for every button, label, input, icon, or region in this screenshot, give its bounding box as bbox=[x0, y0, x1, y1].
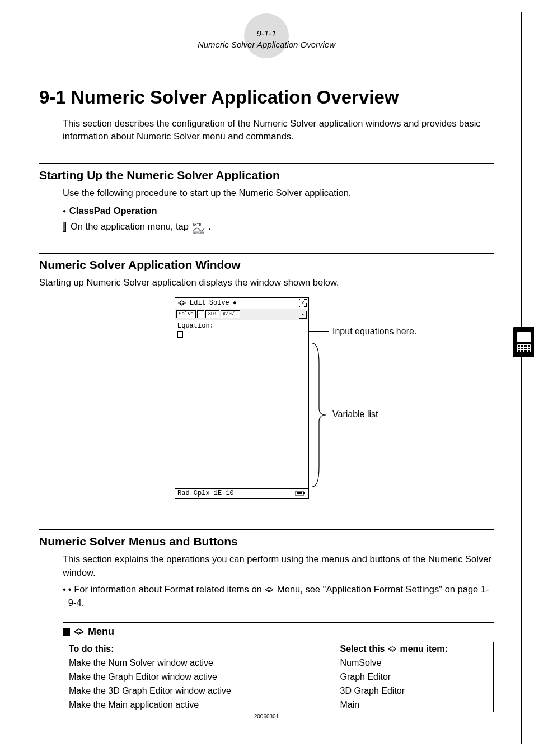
callout-line bbox=[309, 331, 329, 332]
menu-solve[interactable]: Solve bbox=[209, 299, 229, 307]
equation-label: Equation: bbox=[177, 322, 214, 330]
col-todo: To do this: bbox=[63, 642, 334, 656]
page-header: 9-1-1 Numeric Solver Application Overvie… bbox=[39, 28, 494, 62]
divider bbox=[63, 622, 494, 623]
app-menu-icon-inline bbox=[264, 586, 274, 593]
menu-edit[interactable]: Edit bbox=[190, 299, 206, 307]
mock-toolbar: Solve ↔ 3D↕ x/0/. bbox=[175, 309, 308, 320]
header-subtitle: Numeric Solver Application Overview bbox=[39, 39, 494, 50]
step-text-prefix: On the application menu, tap bbox=[71, 221, 191, 231]
menu-diamond[interactable]: ♦ bbox=[233, 299, 237, 307]
callout-equation: Input equations here. bbox=[332, 326, 416, 337]
divider bbox=[39, 253, 494, 254]
startup-body: Use the following procedure to start up … bbox=[63, 186, 494, 200]
app-menu-icon-th bbox=[387, 646, 397, 652]
page-ref: 9-1-1 bbox=[39, 28, 494, 39]
app-menu-icon-heading bbox=[73, 628, 85, 636]
section-heading-startup: Starting Up the Numeric Solver Applicati… bbox=[39, 169, 494, 182]
mock-classpad-window: x ▸ Edit Solve ♦ Solve ↔ 3D↕ x/0/. Equat… bbox=[175, 297, 309, 499]
menu-table: To do this: Select this menu item: Make … bbox=[63, 642, 494, 712]
section-heading-window: Numeric Solver Application Window bbox=[39, 258, 494, 272]
section-heading-menus: Numeric Solver Menus and Buttons bbox=[39, 535, 494, 548]
footer-date: 20060301 bbox=[39, 713, 494, 720]
battery-icon bbox=[295, 490, 306, 497]
equation-input[interactable] bbox=[177, 331, 183, 338]
divider bbox=[39, 529, 494, 530]
calc-keys-icon bbox=[517, 344, 531, 352]
numsolve-icon[interactable] bbox=[191, 221, 206, 234]
bullet: • bbox=[63, 583, 66, 610]
menu-block-heading: Menu bbox=[63, 626, 494, 638]
table-row: Make the Num Solver window active NumSol… bbox=[63, 656, 494, 670]
mock-menubar: Edit Solve ♦ bbox=[175, 298, 308, 309]
format-note: • For information about Format related i… bbox=[68, 583, 494, 610]
table-row: Make the Graph Editor window active Grap… bbox=[63, 670, 494, 684]
side-tab-calculator[interactable] bbox=[513, 327, 534, 357]
divider bbox=[39, 163, 494, 164]
step-marker bbox=[63, 222, 66, 232]
intro-paragraph: This section describes the configuration… bbox=[63, 117, 494, 143]
tb-graph[interactable]: ↔ bbox=[197, 310, 204, 318]
callout-varlist: Variable list bbox=[332, 409, 378, 419]
tb-3d[interactable]: 3D↕ bbox=[205, 310, 219, 318]
classpad-op-label: ClassPad Operation bbox=[69, 206, 157, 216]
calc-screen-icon bbox=[517, 332, 531, 342]
step-text-suffix: . bbox=[208, 221, 211, 231]
table-row: Make the 3D Graph Editor window active 3… bbox=[63, 684, 494, 698]
expand-icon[interactable]: ▸ bbox=[299, 311, 307, 319]
brace-icon bbox=[311, 341, 328, 489]
close-icon[interactable]: x bbox=[299, 299, 307, 307]
page-title: 9-1 Numeric Solver Application Overview bbox=[39, 87, 494, 108]
app-menu-icon[interactable] bbox=[177, 300, 186, 306]
col-select: Select this menu item: bbox=[334, 642, 494, 656]
window-body: Starting up Numeric Solver application d… bbox=[39, 276, 494, 290]
square-marker bbox=[63, 628, 70, 636]
menus-body: This section explains the operations you… bbox=[63, 553, 494, 580]
table-row: Make the Main application active Main bbox=[63, 698, 494, 712]
tb-main[interactable]: x/0/. bbox=[221, 310, 240, 318]
status-text: Rad Cplx 1E-10 bbox=[177, 489, 234, 497]
tb-solve[interactable]: Solve bbox=[176, 310, 196, 318]
